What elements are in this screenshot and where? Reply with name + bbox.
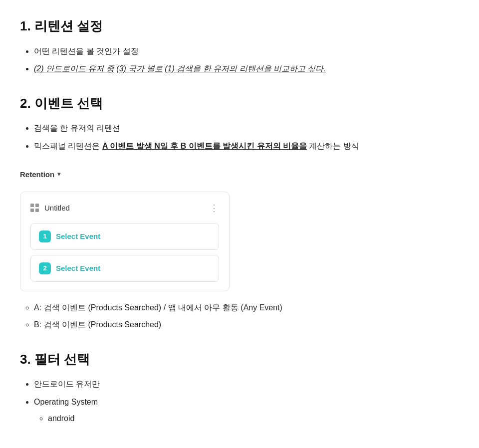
event-row-1[interactable]: 1 Select Event — [30, 223, 219, 250]
text-android-users: (2) 안드로이드 유저 중 — [34, 64, 114, 73]
event-label-1: Select Event — [56, 230, 100, 242]
text-operating-system: Operating System — [34, 398, 98, 406]
section-2-title: 2. 이벤트 선택 — [20, 93, 459, 114]
text-country: (3) 국가 별로 — [116, 64, 162, 73]
text-mixpanel-bold: A 이벤트 발생 N일 후 B 이벤트를 발생시킨 유저의 비율을 — [102, 142, 307, 150]
os-sub-list: android — [34, 412, 459, 425]
section-3-list: 안드로이드 유저만 Operating System android — [20, 378, 459, 425]
note-a: A: 검색 이벤트 (Products Searched) / 앱 내에서 아무… — [34, 301, 459, 314]
text-search-user-retention: 검색을 한 유저의 리텐션 — [34, 124, 120, 132]
retention-card: Untitled ⋮ 1 Select Event 2 Select Event — [20, 192, 230, 292]
retention-dropdown[interactable]: Retention ▾ — [20, 167, 60, 183]
event-badge-1: 1 — [39, 230, 51, 242]
text-retention-setting: 어떤 리텐션을 볼 것인가 설정 — [34, 47, 139, 55]
text-search-retention: (1) 검색을 한 유저의 리텐션을 비교하고 싶다. — [165, 64, 326, 73]
list-item-2-1: 검색을 한 유저의 리텐션 — [34, 122, 459, 135]
more-options-icon[interactable]: ⋮ — [210, 201, 219, 216]
list-item-1-2: (2) 안드로이드 유저 중 (3) 국가 별로 (1) 검색을 한 유저의 리… — [34, 62, 459, 75]
list-item-3-2: Operating System android — [34, 396, 459, 425]
text-mixpanel-suffix: 계산하는 방식 — [309, 142, 359, 150]
section-3-title: 3. 필터 선택 — [20, 349, 459, 370]
retention-dropdown-label: Retention — [20, 169, 54, 181]
section-2-notes: A: 검색 이벤트 (Products Searched) / 앱 내에서 아무… — [20, 301, 459, 331]
section-1: 1. 리텐션 설정 어떤 리텐션을 볼 것인가 설정 (2) 안드로이드 유저 … — [20, 16, 459, 75]
card-header: Untitled ⋮ — [30, 201, 219, 216]
text-android: android — [48, 414, 74, 423]
grid-icon — [30, 204, 39, 213]
text-mixpanel-prefix: 믹스패널 리텐션은 — [34, 142, 102, 150]
card-title: Untitled — [44, 202, 70, 214]
note-b: B: 검색 이벤트 (Products Searched) — [34, 318, 459, 331]
section-3: 3. 필터 선택 안드로이드 유저만 Operating System andr… — [20, 349, 459, 425]
chevron-down-icon: ▾ — [57, 170, 60, 179]
event-label-2: Select Event — [56, 262, 100, 274]
section-1-title: 1. 리텐션 설정 — [20, 16, 459, 37]
event-badge-2: 2 — [39, 262, 51, 274]
text-android-only: 안드로이드 유저만 — [34, 380, 100, 388]
list-item-1-1: 어떤 리텐션을 볼 것인가 설정 — [34, 45, 459, 58]
section-2: 2. 이벤트 선택 검색을 한 유저의 리텐션 믹스패널 리텐션은 A 이벤트 … — [20, 93, 459, 331]
text-note-a: A: 검색 이벤트 (Products Searched) / 앱 내에서 아무… — [34, 303, 282, 312]
section-2-list: 검색을 한 유저의 리텐션 믹스패널 리텐션은 A 이벤트 발생 N일 후 B … — [20, 122, 459, 152]
list-item-3-1: 안드로이드 유저만 — [34, 378, 459, 391]
list-item-2-2: 믹스패널 리텐션은 A 이벤트 발생 N일 후 B 이벤트를 발생시킨 유저의 … — [34, 140, 459, 153]
section-1-list: 어떤 리텐션을 볼 것인가 설정 (2) 안드로이드 유저 중 (3) 국가 별… — [20, 45, 459, 75]
event-row-2[interactable]: 2 Select Event — [30, 255, 219, 282]
os-android: android — [48, 412, 459, 425]
text-note-b: B: 검색 이벤트 (Products Searched) — [34, 320, 161, 329]
card-header-left: Untitled — [30, 202, 70, 214]
